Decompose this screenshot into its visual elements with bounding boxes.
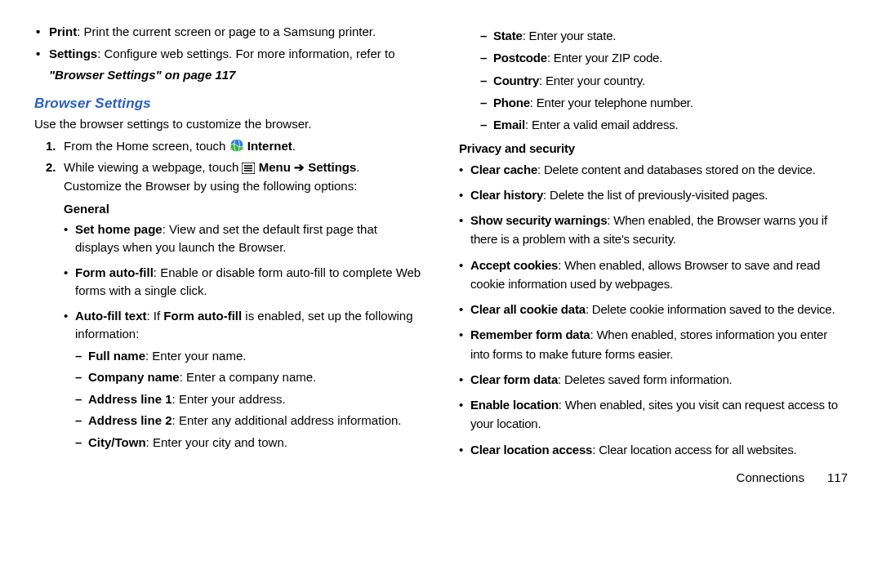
term2: Form auto-fill xyxy=(163,309,242,323)
page-footer: Connections 117 xyxy=(34,470,848,484)
term: State xyxy=(493,29,523,42)
step1-period: . xyxy=(292,139,296,153)
subhead-privacy-security: Privacy and security xyxy=(459,139,848,158)
term: Settings xyxy=(49,47,97,60)
list-item: Company name: Enter a company name. xyxy=(75,368,423,387)
list-item: Show security warnings: When enabled, th… xyxy=(459,211,848,249)
term: Clear form data xyxy=(470,372,558,386)
autofill-dashes-cont: State: Enter your state. Postcode: Enter… xyxy=(459,26,848,134)
step2-pre: While viewing a webpage, touch xyxy=(64,160,242,174)
desc: : Enter any additional address informati… xyxy=(172,413,402,427)
desc: : Delete cookie information saved to the… xyxy=(586,302,835,316)
footer-page-number: 117 xyxy=(827,470,848,484)
term: City/Town xyxy=(88,435,146,449)
term: Enable location xyxy=(470,398,559,412)
term: Clear history xyxy=(470,188,543,202)
desc: : Enter a company name. xyxy=(180,370,317,384)
desc: : Clear location access for all websites… xyxy=(592,443,796,457)
autofill-dashes: Full name: Enter your name. Company name… xyxy=(75,347,423,452)
list-item: State: Enter your state. xyxy=(480,26,848,45)
list-item: Full name: Enter your name. xyxy=(75,347,423,366)
intro-text: Use the browser settings to customize th… xyxy=(34,115,423,134)
xref-browser-settings: "Browser Settings" on page 117 xyxy=(34,66,423,85)
desc: : Enter your address. xyxy=(172,392,286,406)
term: Clear cache xyxy=(470,163,537,176)
desc: : Enter your city and town. xyxy=(146,435,287,449)
desc: : Enter your telephone number. xyxy=(530,96,693,109)
desc: : Enter your ZIP code. xyxy=(547,51,662,65)
step2-settings: Settings xyxy=(305,160,356,174)
desc: : Enter your state. xyxy=(523,29,617,42)
desc: : Deletes saved form information. xyxy=(558,372,733,386)
term: Show security warnings xyxy=(470,213,607,227)
list-item: Settings: Configure web settings. For mo… xyxy=(34,45,423,64)
term: Full name xyxy=(88,349,145,363)
desc: : Delete the list of previously-visited … xyxy=(543,188,768,202)
list-item: Clear form data: Deletes saved form info… xyxy=(459,370,848,389)
footer-section: Connections xyxy=(737,470,804,484)
list-item: Phone: Enter your telephone number. xyxy=(480,93,848,112)
step2-line2: Customize the Browser by using the follo… xyxy=(64,177,423,196)
desc: : Configure web settings. For more infor… xyxy=(97,47,394,60)
term: Company name xyxy=(88,370,180,384)
manual-page: Print: Print the current screen or page … xyxy=(34,23,848,466)
step-1: From the Home screen, touch Internet. xyxy=(64,137,423,156)
list-item: Email: Enter a valid email address. xyxy=(480,115,848,134)
globe-icon xyxy=(229,138,244,153)
term: Form auto-fill xyxy=(75,265,154,279)
desc: : Enter a valid email address. xyxy=(525,118,678,131)
desc: : Delete content and databases stored on… xyxy=(537,163,816,176)
list-item: Clear all cookie data: Delete cookie inf… xyxy=(459,300,848,318)
heading-browser-settings: Browser Settings xyxy=(34,93,423,114)
steps-list: From the Home screen, touch Internet. Wh… xyxy=(34,137,423,452)
list-item: Address line 1: Enter your address. xyxy=(75,390,423,409)
term: Set home page xyxy=(75,222,163,236)
menu-icon xyxy=(242,163,255,174)
list-item: Address line 2: Enter any additional add… xyxy=(75,412,423,430)
list-item: Country: Enter your country. xyxy=(480,71,848,90)
list-item: Accept cookies: When enabled, allows Bro… xyxy=(459,256,848,294)
list-item: Postcode: Enter your ZIP code. xyxy=(480,48,848,67)
list-item: City/Town: Enter your city and town. xyxy=(75,434,423,452)
right-column: State: Enter your state. Postcode: Enter… xyxy=(459,23,848,466)
desc: : Print the current screen or page to a … xyxy=(77,24,376,38)
mid: : If xyxy=(147,309,164,323)
term: Remember form data xyxy=(470,327,590,341)
step1-pre: From the Home screen, touch xyxy=(64,139,229,153)
term: Clear all cookie data xyxy=(470,302,586,316)
step1-post: Internet xyxy=(244,139,292,153)
top-bullet-list: Print: Print the current screen or page … xyxy=(34,23,423,63)
list-item: Set home page: View and set the default … xyxy=(64,220,423,257)
arrow-icon: ➔ xyxy=(294,160,305,174)
term: Email xyxy=(493,118,525,131)
term: Print xyxy=(49,24,77,38)
term: Auto-fill text xyxy=(75,309,147,323)
step2-menu: Menu xyxy=(255,160,294,174)
term: Clear location access xyxy=(470,443,592,457)
list-item: Clear cache: Delete content and database… xyxy=(459,160,848,179)
desc: : Enter your country. xyxy=(539,74,645,87)
list-item: Remember form data: When enabled, stores… xyxy=(459,325,848,363)
term: Address line 1 xyxy=(88,392,172,406)
term: Accept cookies xyxy=(470,258,558,272)
desc: : Enter your name. xyxy=(145,349,246,363)
step2-period: . xyxy=(356,160,359,174)
list-item: Enable location: When enabled, sites you… xyxy=(459,395,848,434)
privacy-bullets: Clear cache: Delete content and database… xyxy=(459,160,848,459)
list-item: Print: Print the current screen or page … xyxy=(34,23,423,42)
term: Postcode xyxy=(493,51,547,65)
list-item: Auto-fill text: If Form auto-fill is ena… xyxy=(64,307,423,452)
list-item: Clear location access: Clear location ac… xyxy=(459,440,848,459)
general-bullets: Set home page: View and set the default … xyxy=(64,220,423,452)
left-column: Print: Print the current screen or page … xyxy=(34,23,423,466)
term: Phone xyxy=(493,96,530,109)
term: Country xyxy=(493,74,539,87)
step-2: While viewing a webpage, touch Menu ➔ Se… xyxy=(64,158,423,452)
list-item: Form auto-fill: Enable or disable form a… xyxy=(64,264,423,301)
list-item: Clear history: Delete the list of previo… xyxy=(459,185,848,204)
term: Address line 2 xyxy=(88,413,172,427)
subhead-general: General xyxy=(64,200,423,219)
